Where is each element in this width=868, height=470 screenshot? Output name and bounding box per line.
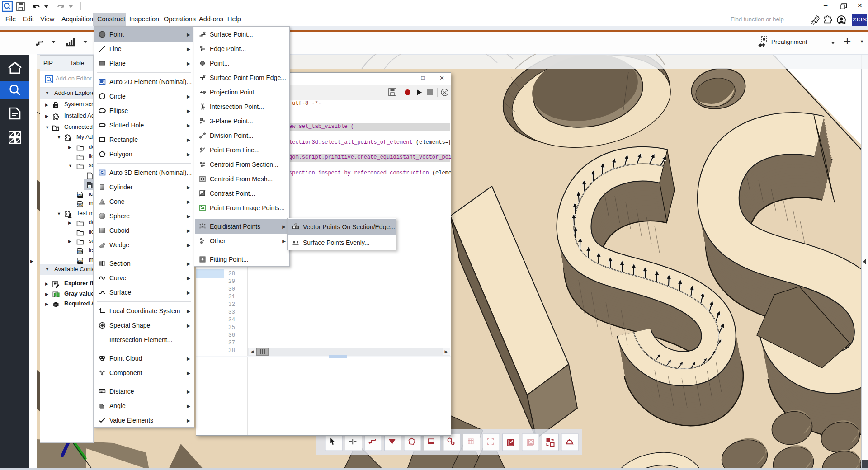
svg-text:IMG: IMG — [78, 250, 82, 253]
svg-text:JSON: JSON — [77, 204, 83, 206]
svg-text:IMG: IMG — [78, 194, 82, 197]
svg-text:.P: .P — [88, 185, 90, 188]
svg-text:JSON: JSON — [77, 260, 83, 263]
